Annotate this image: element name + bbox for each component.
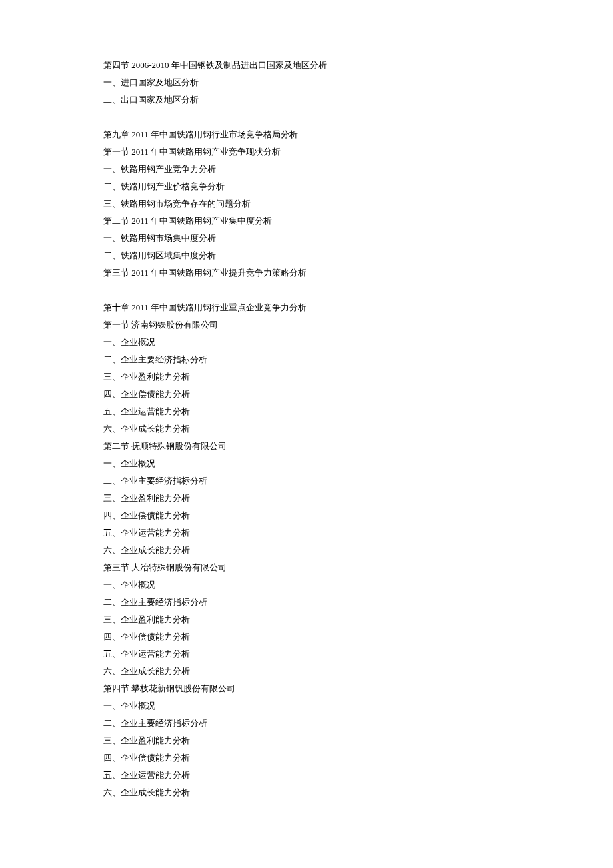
toc-line: 二、企业主要经济指标分析 [103,594,510,611]
toc-line: 一、铁路用钢市场集中度分析 [103,230,510,247]
toc-line: 一、企业概况 [103,455,510,472]
toc-line: 三、企业盈利能力分析 [103,368,510,386]
toc-line: 六、企业成长能力分析 [103,784,510,801]
toc-line: 第四节 2006-2010 年中国钢铁及制品进出口国家及地区分析 [103,57,510,74]
toc-line: 一、企业概况 [103,334,510,351]
toc-line: 第九章 2011 年中国铁路用钢行业市场竞争格局分析 [103,126,510,143]
toc-line: 三、铁路用钢市场竞争存在的问题分析 [103,195,510,213]
toc-line: 五、企业运营能力分析 [103,403,510,420]
toc-line: 六、企业成长能力分析 [103,420,510,438]
toc-line: 三、企业盈利能力分析 [103,611,510,628]
toc-line: 第三节 大冶特殊钢股份有限公司 [103,559,510,576]
toc-line: 二、出口国家及地区分析 [103,91,510,109]
blank-line [103,109,510,126]
toc-line: 一、铁路用钢产业竞争力分析 [103,161,510,178]
toc-line: 第二节 2011 年中国铁路用钢产业集中度分析 [103,213,510,230]
toc-line: 五、企业运营能力分析 [103,767,510,784]
toc-line: 二、铁路用钢产业价格竞争分析 [103,178,510,195]
toc-line: 一、企业概况 [103,697,510,715]
toc-line: 第一节 济南钢铁股份有限公司 [103,316,510,334]
toc-line: 第一节 2011 年中国铁路用钢产业竞争现状分析 [103,143,510,161]
toc-line: 四、企业偿债能力分析 [103,628,510,646]
toc-line: 一、进口国家及地区分析 [103,74,510,91]
toc-line: 五、企业运营能力分析 [103,524,510,542]
toc-line: 二、铁路用钢区域集中度分析 [103,247,510,264]
toc-line: 二、企业主要经济指标分析 [103,715,510,732]
toc-line: 二、企业主要经济指标分析 [103,472,510,490]
toc-line: 三、企业盈利能力分析 [103,732,510,749]
toc-line: 六、企业成长能力分析 [103,542,510,559]
toc-line: 二、企业主要经济指标分析 [103,351,510,368]
toc-line: 四、企业偿债能力分析 [103,749,510,767]
toc-line: 四、企业偿债能力分析 [103,507,510,524]
toc-line: 三、企业盈利能力分析 [103,490,510,507]
blank-line [103,282,510,299]
toc-line: 第十章 2011 年中国铁路用钢行业重点企业竞争力分析 [103,299,510,316]
toc-line: 第二节 抚顺特殊钢股份有限公司 [103,438,510,455]
toc-line: 第三节 2011 年中国铁路用钢产业提升竞争力策略分析 [103,264,510,282]
toc-line: 一、企业概况 [103,576,510,594]
toc-line: 第四节 攀枝花新钢钒股份有限公司 [103,680,510,697]
toc-line: 四、企业偿债能力分析 [103,386,510,403]
toc-line: 五、企业运营能力分析 [103,646,510,663]
toc-line: 六、企业成长能力分析 [103,663,510,680]
